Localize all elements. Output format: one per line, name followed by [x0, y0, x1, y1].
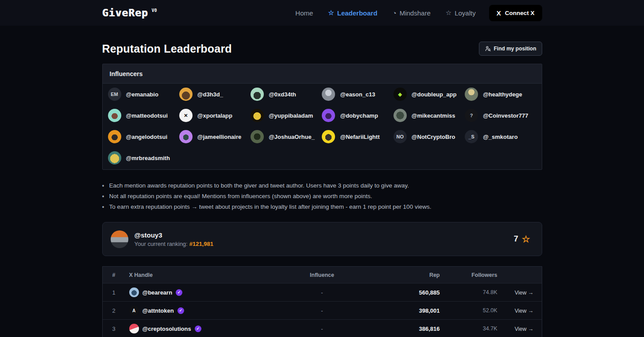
- influencer-item[interactable]: ◆ @doubleup_app: [393, 84, 465, 105]
- header-rep: Rep: [365, 272, 440, 278]
- followers-cell: 74.8K: [440, 289, 497, 295]
- nav-mindshare-label: Mindshare: [400, 9, 431, 17]
- rep-cell: 560,885: [365, 289, 440, 296]
- rep-cell: 386,816: [365, 326, 440, 332]
- find-my-position-button[interactable]: Find my position: [479, 42, 542, 56]
- bullet-icon: •: [102, 202, 109, 212]
- note-line: • To earn extra reputation points → twee…: [102, 202, 542, 212]
- influencer-handle: @NefariiLightt: [340, 134, 379, 140]
- header-followers: Followers: [440, 272, 497, 278]
- avatar: [108, 109, 121, 122]
- avatar-initials: ?: [470, 113, 473, 118]
- influencer-item[interactable]: _S @_smkotaro: [465, 126, 536, 147]
- brand-name: GiveRep: [102, 7, 148, 19]
- influencer-item[interactable]: NO @NotCryptoBro: [393, 126, 465, 147]
- verified-badge-icon: ✓: [177, 307, 184, 314]
- brand-logo[interactable]: GiveRep V0: [102, 7, 157, 19]
- influencer-item[interactable]: @mikecantmiss: [393, 105, 465, 126]
- avatar-initials: NO: [397, 134, 404, 139]
- influencer-item[interactable]: @dobychamp: [322, 105, 393, 126]
- influencer-item[interactable]: @0xd34th: [251, 84, 322, 105]
- nav-item-loyalty[interactable]: ☆ Loyalty: [446, 9, 476, 17]
- followers-cell: 34.7K: [440, 326, 497, 332]
- nav-item-mindshare[interactable]: ◔ Mindshare: [393, 9, 431, 17]
- avatar: [179, 130, 193, 143]
- user-points: 7 ☆: [514, 234, 530, 245]
- note-text: Each mention awards reputation points to…: [109, 180, 409, 191]
- influencer-handle: @dobychamp: [340, 112, 378, 119]
- influencer-handle: @emanabio: [126, 91, 158, 98]
- note-line: • Each mention awards reputation points …: [102, 180, 542, 191]
- points-value: 7: [514, 234, 518, 244]
- avatar: ✕: [179, 109, 193, 122]
- influencer-item[interactable]: @JoshuaOrhue_: [251, 126, 322, 147]
- current-user-card: @stouy3 Your current ranking:#121,981 7 …: [102, 222, 542, 256]
- influencer-item[interactable]: EM @emanabio: [108, 84, 179, 105]
- avatar: ◆: [393, 88, 407, 101]
- avatar-initials: EM: [111, 92, 118, 97]
- star-icon: ☆: [446, 9, 451, 17]
- find-my-position-label: Find my position: [494, 46, 536, 52]
- rank-cell: 2: [103, 307, 129, 314]
- influencer-item[interactable]: @matteodotsui: [108, 105, 179, 126]
- avatar-initials: _S: [468, 134, 474, 139]
- influencer-item[interactable]: @healthydege: [465, 84, 536, 105]
- star-icon: ☆: [328, 9, 334, 17]
- influencer-handle: @d3h3d_: [197, 91, 223, 98]
- view-link[interactable]: View →: [515, 290, 534, 296]
- influencer-item[interactable]: @jameellionaire: [179, 126, 251, 147]
- influencer-item[interactable]: @eason_c13: [322, 84, 393, 105]
- influencer-handle: @xportalapp: [197, 112, 232, 119]
- row-handle[interactable]: @creptosolutions: [143, 326, 191, 332]
- leaderboard-table: # X Handle Influence Rep Followers 1 @be…: [102, 266, 542, 337]
- row-handle[interactable]: @attntoken: [143, 307, 174, 314]
- handle-cell: @bearearn ✓: [129, 287, 280, 297]
- influencers-grid: EM @emanabio @d3h3d_ @0xd34th @eason_c13…: [103, 84, 542, 169]
- influencer-item[interactable]: @mrbreadsmith: [108, 147, 179, 168]
- avatar: [251, 88, 264, 101]
- ranking-label: Your current ranking:: [135, 241, 188, 247]
- rep-cell: 398,001: [365, 307, 440, 314]
- handle-cell: A @attntoken ✓: [129, 306, 280, 315]
- influencer-handle: @angelodotsui: [126, 134, 168, 140]
- nav-loyalty-label: Loyalty: [455, 9, 476, 17]
- row-handle[interactable]: @bearearn: [143, 289, 173, 296]
- influencers-title: Influencers: [110, 70, 143, 77]
- handle-cell: @creptosolutions ✓: [129, 324, 280, 333]
- influencer-item[interactable]: @d3h3d_: [179, 84, 251, 105]
- influencer-handle: @doubleup_app: [412, 91, 457, 98]
- influencer-item[interactable]: ✕ @xportalapp: [179, 105, 251, 126]
- header-handle: X Handle: [129, 272, 280, 278]
- nav-item-leaderboard[interactable]: ☆ Leaderboard: [328, 9, 377, 17]
- bullet-icon: •: [102, 180, 109, 191]
- influence-cell: -: [280, 307, 365, 314]
- avatar: A: [129, 306, 139, 315]
- nav-links: Home ☆ Leaderboard ◔ Mindshare ☆ Loyalty: [295, 9, 475, 17]
- person-search-icon: [485, 46, 491, 52]
- user-avatar: [111, 230, 128, 248]
- avatar: [251, 109, 264, 122]
- nav-right: Home ☆ Leaderboard ◔ Mindshare ☆ Loyalty…: [295, 5, 542, 21]
- influencer-item[interactable]: ? @Coinvestor777: [465, 105, 536, 126]
- avatar-initials: ◆: [398, 92, 402, 97]
- nav-item-home[interactable]: Home: [295, 9, 313, 17]
- view-link[interactable]: View →: [515, 308, 534, 314]
- influencer-handle: @eason_c13: [340, 91, 375, 98]
- avatar: [129, 287, 139, 297]
- influencer-item[interactable]: @yuppibaladam: [251, 105, 322, 126]
- connect-x-button[interactable]: X Connect X: [489, 5, 542, 21]
- influencers-panel: Influencers EM @emanabio @d3h3d_ @0xd34t…: [102, 64, 542, 170]
- influencer-item[interactable]: @angelodotsui: [108, 126, 179, 147]
- table-header-row: # X Handle Influence Rep Followers: [103, 267, 542, 283]
- note-line: • Not all reputation points are equal! M…: [102, 191, 542, 202]
- influencers-panel-header: Influencers: [103, 64, 542, 84]
- avatar: [179, 88, 193, 101]
- x-logo-icon: X: [497, 9, 501, 17]
- avatar: NO: [393, 130, 407, 143]
- page-title: Reputation Leaderboard: [102, 42, 232, 55]
- influencer-item[interactable]: @NefariiLightt: [322, 126, 393, 147]
- rank-cell: 3: [103, 326, 129, 332]
- followers-cell: 52.0K: [440, 307, 497, 314]
- view-link[interactable]: View →: [515, 326, 534, 332]
- avatar: [108, 130, 121, 143]
